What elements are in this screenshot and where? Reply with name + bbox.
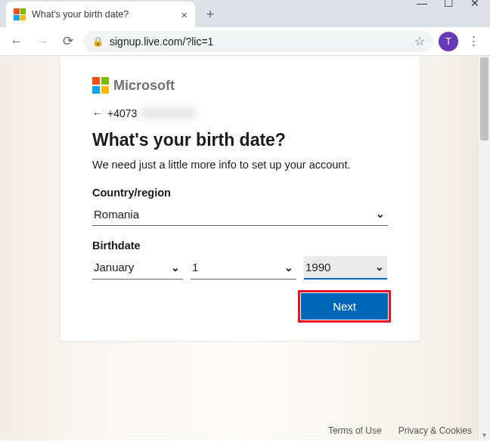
identity-row[interactable]: ← +4073 xxxx	[92, 107, 388, 119]
chevron-down-icon: ⌄	[171, 261, 180, 273]
brand-row: Microsoft	[92, 77, 388, 94]
minimize-icon[interactable]: —	[417, 0, 427, 9]
year-select[interactable]: 1990 ⌄	[304, 256, 387, 280]
kebab-menu-icon[interactable]: ⋮	[463, 31, 484, 52]
brand-text: Microsoft	[113, 78, 175, 94]
lock-icon: 🔒	[92, 36, 104, 47]
close-tab-icon[interactable]: ×	[181, 8, 188, 21]
country-value: Romania	[94, 208, 139, 221]
address-bar[interactable]: 🔒 signup.live.com/?lic=1 ☆	[83, 31, 434, 52]
reload-button[interactable]: ⟳	[57, 31, 79, 52]
identity-redacted: xxxx	[141, 107, 196, 119]
window-controls: — ☐ ✕	[417, 0, 490, 9]
profile-avatar[interactable]: T	[439, 32, 458, 51]
button-row: Next	[92, 293, 388, 320]
new-tab-button[interactable]: +	[200, 4, 221, 25]
next-button[interactable]: Next	[301, 293, 388, 320]
country-label: Country/region	[92, 187, 388, 199]
url-text: signup.live.com/?lic=1	[110, 36, 213, 48]
bookmark-star-icon[interactable]: ☆	[414, 34, 425, 48]
terms-link[interactable]: Terms of Use	[328, 425, 382, 436]
back-button[interactable]: ←	[6, 31, 27, 52]
close-window-icon[interactable]: ✕	[470, 0, 479, 9]
chevron-down-icon: ⌄	[376, 208, 385, 220]
birthdate-row: January ⌄ 1 ⌄ 1990 ⌄	[92, 256, 388, 280]
microsoft-logo-icon	[92, 77, 109, 94]
month-select[interactable]: January ⌄	[92, 256, 183, 280]
scrollbar-thumb[interactable]	[480, 57, 488, 141]
tab-strip: What's your birth date? × + — ☐ ✕	[0, 0, 490, 27]
month-value: January	[94, 261, 134, 273]
tab-favicon-icon	[14, 8, 26, 20]
country-select[interactable]: Romania ⌄	[92, 203, 388, 226]
chevron-down-icon: ⌄	[375, 261, 384, 273]
footer-links: Terms of Use Privacy & Cookies	[328, 425, 472, 436]
forward-button[interactable]: →	[32, 31, 53, 52]
year-value: 1990	[305, 261, 330, 273]
browser-tab[interactable]: What's your birth date? ×	[6, 2, 195, 27]
day-value: 1	[192, 261, 198, 273]
tab-title: What's your birth date?	[32, 9, 129, 20]
back-arrow-icon[interactable]: ←	[92, 107, 103, 119]
chevron-down-icon: ⌄	[284, 261, 293, 273]
maximize-icon[interactable]: ☐	[444, 0, 454, 9]
privacy-link[interactable]: Privacy & Cookies	[399, 425, 472, 436]
page-viewport: Microsoft ← +4073 xxxx What's your birth…	[0, 56, 490, 440]
day-select[interactable]: 1 ⌄	[191, 256, 296, 280]
page-headline: What's your birth date?	[92, 130, 388, 150]
scroll-down-icon[interactable]: ▾	[479, 428, 490, 440]
signup-card: Microsoft ← +4073 xxxx What's your birth…	[60, 56, 420, 341]
browser-toolbar: ← → ⟳ 🔒 signup.live.com/?lic=1 ☆ T ⋮	[0, 27, 490, 56]
scrollbar[interactable]: ▴ ▾	[478, 56, 490, 440]
birthdate-label: Birthdate	[92, 239, 388, 252]
page-subtext: We need just a little more info to set u…	[92, 158, 388, 173]
identity-prefix: +4073	[107, 107, 137, 119]
